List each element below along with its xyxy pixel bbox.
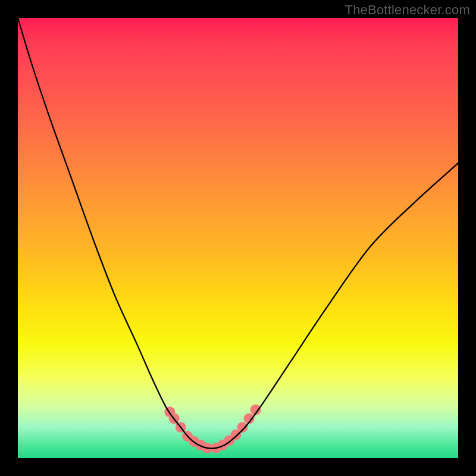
highlight-marker xyxy=(237,422,248,433)
plot-area xyxy=(18,18,458,458)
watermark-text: TheBottleneсker.com xyxy=(345,2,470,18)
bottleneck-curve xyxy=(18,18,458,449)
highlight-markers xyxy=(164,405,261,453)
curve-svg xyxy=(18,18,458,458)
chart-frame: TheBottleneсker.com xyxy=(0,0,476,476)
